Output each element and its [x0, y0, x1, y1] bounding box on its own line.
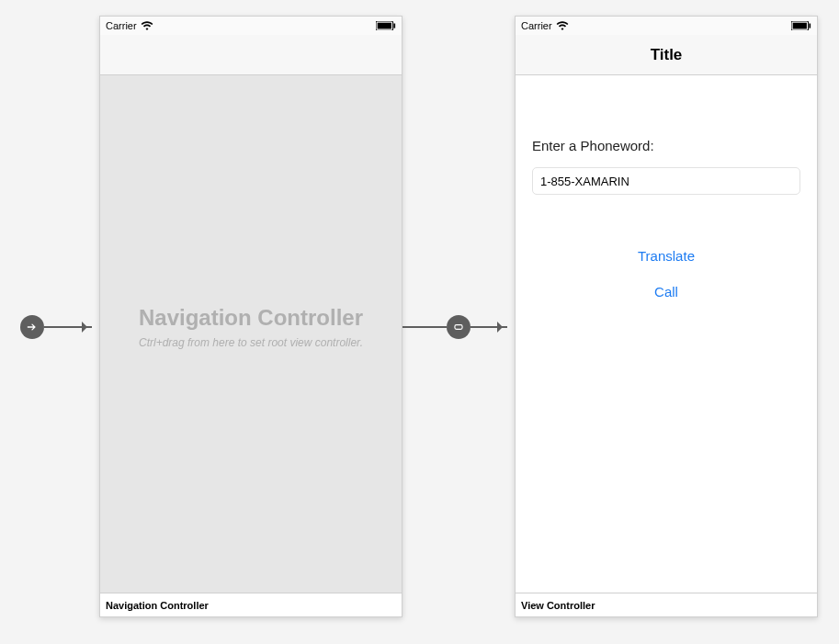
segue-arrow	[471, 326, 507, 328]
phoneword-input[interactable]	[532, 167, 800, 195]
svg-rect-6	[455, 325, 462, 330]
battery-icon	[791, 21, 811, 30]
view-controller-content: Enter a Phoneword: Translate Call	[516, 75, 817, 593]
carrier-label: Carrier	[521, 20, 552, 31]
storyboard-entry-point-icon[interactable]	[20, 315, 44, 339]
call-button[interactable]: Call	[516, 283, 817, 300]
svg-rect-2	[393, 24, 395, 28]
svg-rect-4	[793, 23, 807, 29]
wifi-icon	[141, 21, 153, 30]
entry-arrow	[44, 326, 92, 328]
nav-controller-hint-label: Ctrl+drag from here to set root view con…	[100, 336, 402, 349]
segue-line	[402, 326, 447, 328]
carrier-label: Carrier	[106, 20, 137, 31]
scene-footer-label: View Controller	[516, 593, 817, 616]
svg-rect-5	[809, 24, 811, 28]
nav-controller-title-label: Navigation Controller	[100, 305, 402, 331]
status-bar: Carrier	[516, 17, 817, 35]
svg-rect-1	[378, 23, 391, 29]
scene-footer-label: Navigation Controller	[100, 593, 402, 616]
translate-button[interactable]: Translate	[516, 247, 817, 265]
navigation-controller-content: Navigation Controller Ctrl+drag from her…	[100, 75, 402, 593]
navigation-bar: Title	[516, 35, 817, 75]
wifi-icon	[556, 21, 569, 30]
status-bar: Carrier	[100, 17, 402, 35]
phoneword-label: Enter a Phoneword:	[532, 138, 654, 153]
root-relationship-segue-icon[interactable]	[447, 315, 471, 339]
navigation-bar-empty	[100, 35, 402, 75]
navigation-title: Title	[651, 46, 683, 64]
navigation-controller-scene[interactable]: Carrier Navigation Controller Ctrl+drag …	[99, 16, 402, 617]
view-controller-scene[interactable]: Carrier Title Enter a Phoneword: Transla…	[515, 16, 818, 617]
battery-icon	[376, 21, 396, 30]
